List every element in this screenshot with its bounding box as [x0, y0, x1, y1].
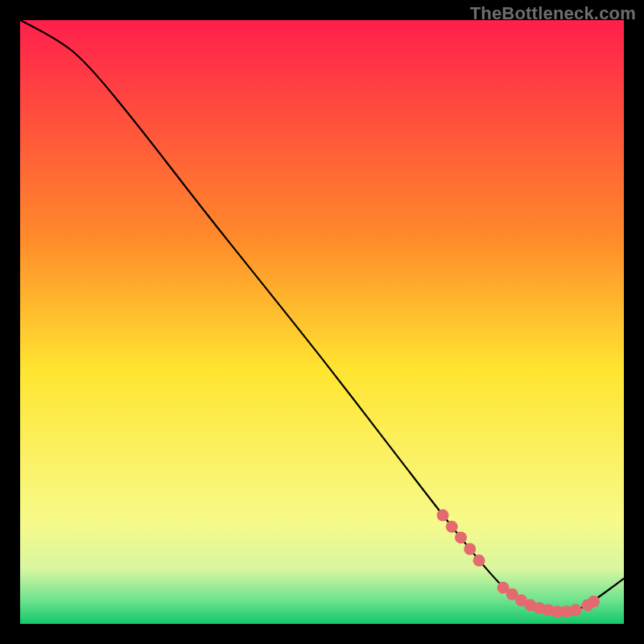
plot-area: [20, 20, 624, 624]
watermark-attribution: TheBottleneck.com: [470, 3, 636, 24]
plot-canvas: [20, 20, 624, 624]
gradient-background: [20, 20, 624, 624]
chart-frame: TheBottleneck.com: [0, 0, 644, 644]
